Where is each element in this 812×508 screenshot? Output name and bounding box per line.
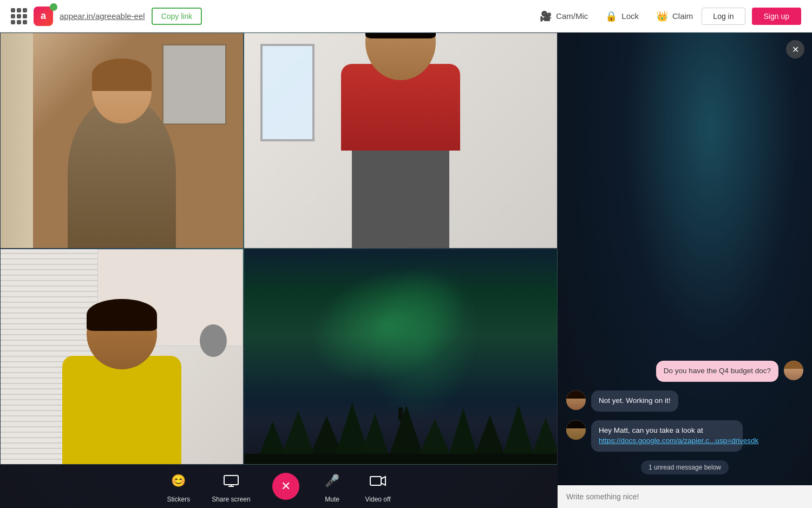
person-silhouette <box>398 407 403 421</box>
chat-link[interactable]: https://docs.google.com/a/zapier.c...usp… <box>599 437 758 445</box>
chat-messages: Do you have the Q4 budget doc? Not yet. … <box>558 32 812 485</box>
video-off-icon <box>366 470 389 492</box>
chat-close-button[interactable]: ✕ <box>786 40 804 58</box>
person1-curtain <box>1 33 33 248</box>
nav-right: Log in Sign up <box>702 8 801 25</box>
chat-bubble-self: Do you have the Q4 budget doc? <box>656 361 778 382</box>
chat-bubble-other1: Not yet. Working on it! <box>591 390 678 412</box>
chat-message-row: Do you have the Q4 budget doc? <box>566 361 803 382</box>
logo: a <box>34 6 53 26</box>
chat-message-text: Not yet. Working on it! <box>599 396 671 405</box>
claim-label: Claim <box>672 11 693 21</box>
avatar-other1 <box>566 390 586 410</box>
person3-window <box>260 44 315 141</box>
apps-grid-icon[interactable] <box>11 8 27 24</box>
crown-icon: 👑 <box>656 10 668 22</box>
chat-message-row: Hey Matt, can you take a look at https:/… <box>566 420 803 452</box>
chat-bubble-other2: Hey Matt, can you take a look at https:/… <box>591 420 743 452</box>
room-url[interactable]: appear.in/agreeable-eel <box>60 11 145 21</box>
logo-icon: a <box>34 6 53 26</box>
stickers-button[interactable]: 😊 Stickers <box>167 470 191 503</box>
person1-hair <box>92 58 152 91</box>
chat-sidebar: ✕ Do you have the Q4 budget doc? <box>558 32 812 508</box>
person2-hair <box>87 299 157 331</box>
lock-label: Lock <box>621 11 639 21</box>
share-screen-icon <box>220 470 243 492</box>
chat-message-row: Not yet. Working on it! <box>566 390 803 412</box>
avatar-other2 <box>566 420 586 440</box>
mute-icon: 🎤 <box>321 470 344 492</box>
toolbar: 😊 Stickers Share screen ✕ 🎤 Mute <box>0 465 558 508</box>
camera-icon: 🎥 <box>540 10 552 22</box>
person3-hair <box>365 33 436 38</box>
svg-marker-16 <box>381 477 385 485</box>
nav-center: 🎥 Cam/Mic 🔒 Lock 👑 Claim <box>540 10 693 22</box>
mute-button[interactable]: 🎤 Mute <box>321 470 344 503</box>
person3-bg <box>244 33 557 248</box>
login-button[interactable]: Log in <box>702 8 745 25</box>
chat-input[interactable] <box>566 492 803 501</box>
person2-head <box>87 299 157 369</box>
copy-link-button[interactable]: Copy link <box>152 8 202 25</box>
lock-nav[interactable]: 🔒 Lock <box>605 10 639 22</box>
lock-icon: 🔒 <box>605 10 617 22</box>
main-content: 😊 Stickers Share screen ✕ 🎤 Mute <box>0 32 812 508</box>
chat-message-text: Do you have the Q4 budget doc? <box>664 367 771 375</box>
svg-rect-12 <box>224 476 238 485</box>
video-cell-person1 <box>0 32 244 249</box>
cam-mic-label: Cam/Mic <box>556 11 588 21</box>
chat-input-area <box>558 485 812 508</box>
claim-nav[interactable]: 👑 Claim <box>656 10 693 22</box>
person1-bg <box>1 33 243 248</box>
video-off-label: Video off <box>365 496 391 503</box>
video-cell-person3 <box>244 32 558 249</box>
nav-left: a appear.in/agreeable-eel Copy link <box>11 6 531 26</box>
top-navigation: a appear.in/agreeable-eel Copy link 🎥 Ca… <box>0 0 812 32</box>
logo-bubble-decoration <box>50 3 57 11</box>
video-cell-person2 <box>0 249 244 465</box>
cam-mic-nav[interactable]: 🎥 Cam/Mic <box>540 10 588 22</box>
aurora-scene <box>244 249 557 464</box>
close-icon: ✕ <box>792 44 799 55</box>
person1-head <box>92 58 152 123</box>
signup-button[interactable]: Sign up <box>752 8 801 25</box>
mute-label: Mute <box>325 496 339 503</box>
svg-rect-11 <box>244 453 557 464</box>
person2-body <box>62 356 181 464</box>
share-screen-label: Share screen <box>212 496 250 503</box>
stickers-label: Stickers <box>167 496 191 503</box>
person1-window <box>162 44 227 125</box>
avatar-self <box>784 361 803 380</box>
end-call-button[interactable]: ✕ <box>272 473 299 500</box>
stickers-icon: 😊 <box>167 470 190 492</box>
share-screen-button[interactable]: Share screen <box>212 470 250 503</box>
person2-fan <box>200 324 227 357</box>
unread-message-banner: 1 unread message below <box>641 460 729 474</box>
video-cell-aurora <box>244 249 558 465</box>
person2-bg <box>1 249 243 464</box>
video-grid <box>0 32 558 465</box>
video-area: 😊 Stickers Share screen ✕ 🎤 Mute <box>0 32 558 508</box>
svg-rect-15 <box>370 477 381 485</box>
video-off-button[interactable]: Video off <box>365 470 391 503</box>
